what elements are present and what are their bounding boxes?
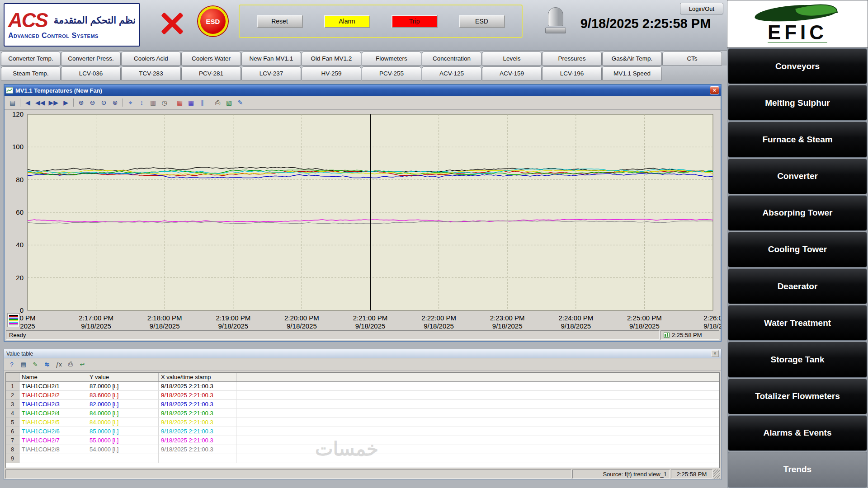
back-icon[interactable]: ↩ xyxy=(77,360,87,369)
cell-name[interactable]: TIAH1COH2/8 xyxy=(19,445,87,454)
tab-new-fan-mv11[interactable]: New Fan MV1.1 xyxy=(241,52,301,66)
tab-pcv-255[interactable]: PCV-255 xyxy=(362,66,421,80)
report-icon[interactable]: ▤ xyxy=(19,360,28,369)
cell-x-value[interactable]: 9/18/2025 2:21:00.3 xyxy=(159,436,236,445)
cell-y-value[interactable] xyxy=(87,454,159,463)
table-row[interactable]: 1TIAH1COH2/187.0000 [i.]9/18/2025 2:21:0… xyxy=(6,382,719,391)
cell-name[interactable]: TIAH1COH2/5 xyxy=(19,418,87,427)
zoom-in-icon[interactable]: ⊕ xyxy=(76,98,86,108)
tab-converter-press[interactable]: Converter Press. xyxy=(61,52,121,66)
table-row[interactable]: 8TIAH1COH2/854.0000 [i.]9/18/2025 2:21:0… xyxy=(6,445,719,454)
unstack-curves-icon[interactable]: ▦ xyxy=(186,98,196,108)
tab-converter-temp[interactable]: Converter Temp. xyxy=(1,52,61,66)
sidebar-item-converter[interactable]: Converter xyxy=(728,159,867,194)
table-row[interactable]: 6TIAH1COH2/685.0000 [i.]9/18/2025 2:21:0… xyxy=(6,427,719,436)
table-row[interactable]: 4TIAH1COH2/484.0000 [i.]9/18/2025 2:21:0… xyxy=(6,409,719,418)
cell-name[interactable]: TIAH1COH2/3 xyxy=(19,400,87,408)
column-header-x-value[interactable]: X value/time stamp xyxy=(159,373,236,381)
cell-name[interactable]: TIAH1COH2/6 xyxy=(19,427,87,436)
row-number[interactable]: 7 xyxy=(6,436,19,445)
cell-name[interactable]: TIAH1COH2/7 xyxy=(19,436,87,445)
sidebar-item-absorping-tower[interactable]: Absorping Tower xyxy=(728,195,867,231)
tab-lcv-196[interactable]: LCV-196 xyxy=(542,66,602,80)
row-number[interactable]: 4 xyxy=(6,409,19,418)
esd-ack-button[interactable]: ESD xyxy=(459,15,505,28)
row-number[interactable]: 2 xyxy=(6,391,19,400)
curve-settings-icon[interactable]: ✎ xyxy=(235,98,245,108)
cell-y-value[interactable]: 87.0000 [i.] xyxy=(87,382,159,390)
tab-lcv-237[interactable]: LCV-237 xyxy=(241,66,301,80)
zoom-original-icon[interactable]: ⊙ xyxy=(99,98,109,108)
cell-name[interactable] xyxy=(19,454,87,463)
cell-y-value[interactable]: 83.6000 [i.] xyxy=(87,391,159,399)
tab-steam-temp[interactable]: Steam Temp. xyxy=(1,66,61,80)
sidebar-item-conveyors[interactable]: Conveyors xyxy=(728,48,867,84)
cell-name[interactable]: TIAH1COH2/1 xyxy=(19,382,87,390)
pan-icon[interactable]: ⌖ xyxy=(125,98,136,108)
column-header-y-value[interactable]: Y value xyxy=(87,373,159,381)
esd-button[interactable]: ESD xyxy=(198,6,228,36)
tab-lcv-036[interactable]: LCV-036 xyxy=(61,66,121,80)
value-axis-icon[interactable]: ↕ xyxy=(137,98,147,108)
sidebar-item-trends[interactable]: Trends xyxy=(728,452,867,488)
cell-x-value[interactable]: 9/18/2025 2:21:00.3 xyxy=(159,382,236,390)
cell-y-value[interactable]: 55.0000 [i.] xyxy=(87,436,159,445)
cell-name[interactable]: TIAH1COH2/2 xyxy=(19,391,87,399)
table-row[interactable]: 3TIAH1COH2/382.0000 [i.]9/18/2025 2:21:0… xyxy=(6,400,719,409)
tab-mv11-speed[interactable]: MV1.1 Speed xyxy=(602,66,662,80)
properties-icon[interactable]: ▤ xyxy=(7,98,18,108)
row-number[interactable]: 8 xyxy=(6,445,19,454)
cell-name[interactable]: TIAH1COH2/4 xyxy=(19,409,87,418)
go-first-icon[interactable]: ◀ xyxy=(23,98,33,108)
help-icon[interactable]: ? xyxy=(7,360,17,369)
sidebar-item-furnace-steam[interactable]: Furnace & Steam xyxy=(728,122,867,157)
cell-y-value[interactable]: 85.0000 [i.] xyxy=(87,427,159,436)
row-number[interactable]: 1 xyxy=(6,382,19,391)
close-icon[interactable] xyxy=(710,86,719,94)
cell-y-value[interactable]: 84.0000 [i.] xyxy=(87,409,159,418)
close-icon[interactable] xyxy=(711,350,719,357)
trip-button[interactable]: Trip xyxy=(392,15,438,28)
sidebar-item-storage-tank[interactable]: Storage Tank xyxy=(728,342,867,377)
fast-forward-icon[interactable]: ▶▶ xyxy=(47,98,60,108)
cell-x-value[interactable]: 9/18/2025 2:21:00.3 xyxy=(159,400,236,408)
cell-x-value[interactable]: 9/18/2025 2:21:00.3 xyxy=(159,427,236,436)
row-number[interactable]: 9 xyxy=(6,454,19,463)
trend-window-titlebar[interactable]: MV1.1 Temperatures (New Fan) xyxy=(5,85,721,96)
tab-old-fan-mv12[interactable]: Old Fan MV1.2 xyxy=(302,52,361,66)
sidebar-item-cooling-tower[interactable]: Cooling Tower xyxy=(728,232,867,267)
column-header-name[interactable]: Name xyxy=(19,373,87,381)
cell-y-value[interactable]: 82.0000 [i.] xyxy=(87,400,159,408)
table-row[interactable]: 2TIAH1COH2/283.6000 [i.]9/18/2025 2:21:0… xyxy=(6,391,719,400)
tab-hv-259[interactable]: HV-259 xyxy=(302,66,361,80)
tab-coolers-acid[interactable]: Coolers Acid xyxy=(121,52,181,66)
tab-coolers-water[interactable]: Coolers Water xyxy=(181,52,241,66)
tab-pressures[interactable]: Pressures xyxy=(542,52,602,66)
tab-concentration[interactable]: Concentration xyxy=(422,52,481,66)
zoom-out-icon[interactable]: ⊖ xyxy=(87,98,98,108)
tab-acv-125[interactable]: ACV-125 xyxy=(422,66,481,80)
table-row[interactable]: 5TIAH1COH2/584.0000 [i.]9/18/2025 2:21:0… xyxy=(6,418,719,427)
fast-rewind-icon[interactable]: ◀◀ xyxy=(34,98,47,108)
sidebar-item-water-treatment[interactable]: Water Treatment xyxy=(728,305,867,341)
clock-icon[interactable]: ◷ xyxy=(159,98,170,108)
reset-button[interactable]: Reset xyxy=(257,15,303,28)
sidebar-item-totalizer-flowmeters[interactable]: Totalizer Flowmeters xyxy=(728,379,867,414)
cell-y-value[interactable]: 84.0000 [i.] xyxy=(87,418,159,427)
alarm-button[interactable]: Alarm xyxy=(324,15,370,28)
cell-x-value[interactable]: 9/18/2025 2:21:00.3 xyxy=(159,418,236,427)
tab-cts[interactable]: CTs xyxy=(662,52,722,66)
tab-acv-159[interactable]: ACV-159 xyxy=(482,66,542,80)
scale-icon[interactable]: ↹ xyxy=(42,360,52,369)
sidebar-item-deaerator[interactable]: Deaerator xyxy=(728,268,867,304)
tab-levels[interactable]: Levels xyxy=(482,52,542,66)
cell-x-value[interactable]: 9/18/2025 2:21:00.3 xyxy=(159,391,236,399)
row-number[interactable]: 6 xyxy=(6,427,19,436)
curve-edit-icon[interactable]: ✎ xyxy=(30,360,40,369)
series-legend-icon[interactable] xyxy=(7,313,20,327)
table-row[interactable]: 7TIAH1COH2/755.0000 [i.]9/18/2025 2:21:0… xyxy=(6,436,719,445)
stack-curves-icon[interactable]: ▦ xyxy=(175,98,185,108)
cell-x-value[interactable]: 9/18/2025 2:21:00.3 xyxy=(159,409,236,418)
value-table-titlebar[interactable]: Value table xyxy=(4,349,721,358)
layout-icon[interactable]: ▥ xyxy=(148,98,158,108)
